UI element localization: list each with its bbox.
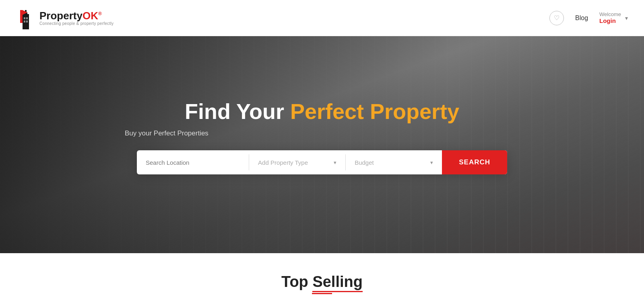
- svg-rect-3: [20, 10, 23, 23]
- svg-rect-8: [26, 20, 28, 23]
- svg-rect-5: [24, 17, 25, 19]
- svg-rect-6: [26, 17, 28, 19]
- top-selling-section: Top Selling SALE SALE SALE: [0, 253, 644, 303]
- search-bar: Add Property Type ▾ Budget ▾ SEARCH: [137, 150, 507, 174]
- login-text: Login: [599, 17, 621, 25]
- svg-rect-0: [23, 14, 29, 29]
- hero-title: Find Your Perfect Property: [185, 99, 459, 124]
- logo-tagline: Connecting people & property perfectly: [39, 21, 114, 26]
- hero-subtitle: Buy your Perfect Properties: [125, 129, 208, 137]
- nav-right: ♡ Blog Welcome Login ▾: [549, 11, 628, 25]
- section-title: Top Selling: [281, 273, 363, 291]
- chevron-down-icon: ▾: [625, 15, 628, 21]
- welcome-text: Welcome: [599, 11, 621, 18]
- budget-chevron-icon: ▾: [430, 160, 433, 166]
- logo-text-block: PropertyOK® Connecting people & property…: [39, 10, 114, 26]
- property-type-chevron-icon: ▾: [334, 160, 336, 166]
- logo-icon: [16, 6, 35, 30]
- navbar: PropertyOK® Connecting people & property…: [0, 0, 644, 36]
- heart-icon[interactable]: ♡: [549, 11, 564, 25]
- welcome-login-block: Welcome Login: [599, 11, 621, 25]
- svg-rect-7: [24, 20, 25, 23]
- logo-title: PropertyOK®: [39, 10, 114, 22]
- hero-section: Find Your Perfect Property Buy your Perf…: [0, 36, 644, 253]
- section-title-area: Top Selling: [0, 273, 644, 294]
- logo-area[interactable]: PropertyOK® Connecting people & property…: [16, 6, 114, 30]
- search-button[interactable]: SEARCH: [442, 150, 507, 174]
- property-type-dropdown[interactable]: Add Property Type ▾: [249, 150, 345, 174]
- hero-content: Find Your Perfect Property Buy your Perf…: [0, 36, 644, 253]
- section-underline: [312, 293, 332, 294]
- blog-link[interactable]: Blog: [575, 14, 588, 22]
- search-location-input[interactable]: [137, 150, 249, 174]
- budget-dropdown[interactable]: Budget ▾: [346, 150, 442, 174]
- welcome-area[interactable]: Welcome Login ▾: [599, 11, 628, 25]
